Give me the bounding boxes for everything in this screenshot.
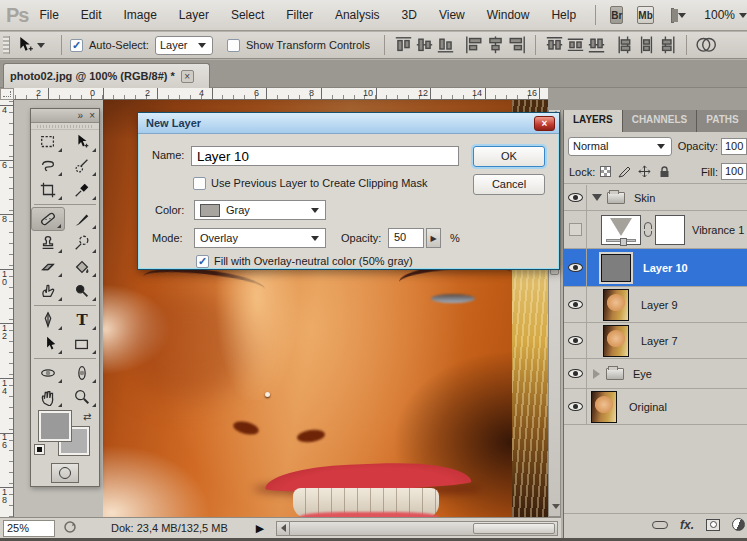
launch-mini-bridge-button[interactable]: Mb: [637, 6, 653, 24]
clone-stamp-tool-icon[interactable]: [31, 231, 65, 255]
fill-field[interactable]: 100: [721, 163, 747, 180]
layer-style-fx-icon[interactable]: fx.: [680, 518, 694, 532]
align-left-edges-icon[interactable]: [464, 37, 485, 53]
menu-window[interactable]: Window: [476, 4, 541, 26]
distribute-horizontal-centers-icon[interactable]: [636, 37, 657, 53]
status-menu-arrow-icon[interactable]: ▶: [256, 522, 264, 535]
tool-preset-dropdown-arrow-icon[interactable]: [37, 43, 45, 48]
auto-align-layers-icon[interactable]: [695, 37, 716, 53]
menu-help[interactable]: Help: [540, 4, 587, 26]
group-collapsed-icon[interactable]: [593, 369, 600, 379]
add-layer-mask-icon[interactable]: [706, 519, 720, 531]
swap-colors-icon[interactable]: ⇄: [83, 411, 91, 422]
auto-select-target-dropdown[interactable]: Layer: [155, 36, 213, 55]
status-rotate-icon[interactable]: [63, 520, 77, 536]
clipping-mask-checkbox[interactable]: [193, 177, 206, 190]
collapse-panel-icon[interactable]: »: [78, 110, 84, 121]
ok-button[interactable]: OK: [473, 146, 545, 167]
align-top-edges-icon[interactable]: [393, 37, 414, 53]
color-dropdown[interactable]: Gray: [194, 200, 326, 220]
dialog-close-icon[interactable]: ×: [534, 116, 555, 131]
new-adjustment-layer-icon[interactable]: [732, 518, 745, 531]
foreground-color-swatch[interactable]: [39, 411, 71, 441]
distribute-top-edges-icon[interactable]: [544, 37, 565, 53]
menu-view[interactable]: View: [428, 4, 476, 26]
move-tool-icon[interactable]: [14, 37, 35, 53]
smudge-tool-icon[interactable]: [31, 279, 65, 303]
document-tab[interactable]: photo02.jpg @ 100% (RGB/8#) * ×: [3, 63, 210, 88]
workspace-switcher-icon[interactable]: [671, 8, 675, 23]
zoom-level-control[interactable]: 100%: [704, 8, 747, 22]
quick-selection-tool-icon[interactable]: [65, 154, 99, 178]
visibility-toggle[interactable]: [564, 185, 587, 210]
vertical-ruler[interactable]: 4 6 8 10 12 14 16 18: [0, 100, 14, 517]
eraser-tool-icon[interactable]: [31, 255, 65, 279]
menu-select[interactable]: Select: [220, 4, 275, 26]
layer-row-layer9[interactable]: Layer 9: [564, 287, 747, 323]
visibility-toggle[interactable]: [564, 389, 587, 424]
menu-layer[interactable]: Layer: [168, 4, 220, 26]
tools-palette-grip[interactable]: [31, 123, 99, 130]
move-tool-icon[interactable]: [65, 130, 99, 154]
burn-tool-icon[interactable]: [65, 279, 99, 303]
visibility-toggle[interactable]: [564, 359, 587, 388]
show-transform-controls-checkbox[interactable]: [227, 39, 240, 52]
visibility-toggle[interactable]: [564, 323, 587, 358]
options-bar-grip[interactable]: [3, 36, 10, 54]
menu-analysis[interactable]: Analysis: [324, 4, 391, 26]
lock-all-icon[interactable]: [658, 165, 671, 178]
path-selection-tool-icon[interactable]: [31, 332, 65, 356]
gradient-tool-icon[interactable]: [65, 255, 99, 279]
layer-row-original[interactable]: Original: [564, 389, 747, 425]
workspace-dropdown-arrow-icon[interactable]: [678, 13, 686, 18]
crop-tool-icon[interactable]: [31, 178, 65, 202]
visibility-toggle[interactable]: [564, 211, 587, 248]
hand-tool-icon[interactable]: [31, 385, 65, 409]
menu-edit[interactable]: Edit: [70, 4, 113, 26]
layer-row-layer7[interactable]: Layer 7: [564, 323, 747, 359]
horizontal-scrollbar-thumb[interactable]: [473, 523, 555, 534]
menu-image[interactable]: Image: [113, 4, 168, 26]
align-vertical-centers-icon[interactable]: [414, 37, 435, 53]
menu-filter[interactable]: Filter: [275, 4, 324, 26]
healing-brush-tool-icon[interactable]: [31, 207, 65, 231]
layer-row-skin[interactable]: Skin: [564, 185, 747, 211]
type-tool-icon[interactable]: T: [65, 308, 99, 332]
gray-layer-thumbnail[interactable]: [601, 254, 631, 282]
lock-position-icon[interactable]: [638, 165, 651, 178]
cancel-button[interactable]: Cancel: [473, 174, 545, 195]
horizontal-ruler[interactable]: 2 0 2 4 6 8 10 12 14 16: [14, 88, 548, 100]
distribute-left-edges-icon[interactable]: [615, 37, 636, 53]
lock-pixels-icon[interactable]: [618, 165, 631, 178]
opacity-field[interactable]: 100: [721, 138, 747, 155]
scroll-left-arrow-icon[interactable]: [276, 521, 290, 536]
horizontal-scrollbar[interactable]: [290, 521, 558, 536]
mode-dropdown[interactable]: Overlay: [194, 228, 326, 248]
default-colors-icon[interactable]: [35, 445, 44, 454]
fill-neutral-checkbox[interactable]: ✓: [196, 255, 209, 268]
quick-mask-mode-button[interactable]: [51, 463, 79, 483]
lock-transparency-icon[interactable]: [600, 166, 611, 177]
align-right-edges-icon[interactable]: [506, 37, 527, 53]
rectangular-marquee-tool-icon[interactable]: [31, 130, 65, 154]
layer-row-layer10[interactable]: Layer 10: [564, 249, 747, 287]
scroll-down-arrow-icon[interactable]: [552, 499, 560, 511]
eyedropper-tool-icon[interactable]: [65, 178, 99, 202]
tab-layers[interactable]: LAYERS: [564, 110, 623, 132]
distribute-vertical-centers-icon[interactable]: [565, 37, 586, 53]
layer-thumbnail[interactable]: [603, 289, 629, 321]
layer-name-input[interactable]: [191, 146, 459, 166]
layer-row-eye-group[interactable]: Eye: [564, 359, 747, 389]
tab-channels[interactable]: CHANNELS: [623, 110, 698, 132]
align-horizontal-centers-icon[interactable]: [485, 37, 506, 53]
menu-3d[interactable]: 3D: [391, 4, 428, 26]
dialog-title-bar[interactable]: New Layer ×: [138, 113, 559, 134]
auto-select-checkbox[interactable]: ✓: [70, 39, 83, 52]
layer-row-vibrance[interactable]: Vibrance 1: [564, 211, 747, 249]
pen-tool-icon[interactable]: [31, 308, 65, 332]
brush-tool-icon[interactable]: [65, 207, 99, 231]
3d-orbit-tool-icon[interactable]: [65, 361, 99, 385]
3d-rotate-tool-icon[interactable]: [31, 361, 65, 385]
link-layers-icon[interactable]: [652, 521, 668, 529]
align-bottom-edges-icon[interactable]: [435, 37, 456, 53]
